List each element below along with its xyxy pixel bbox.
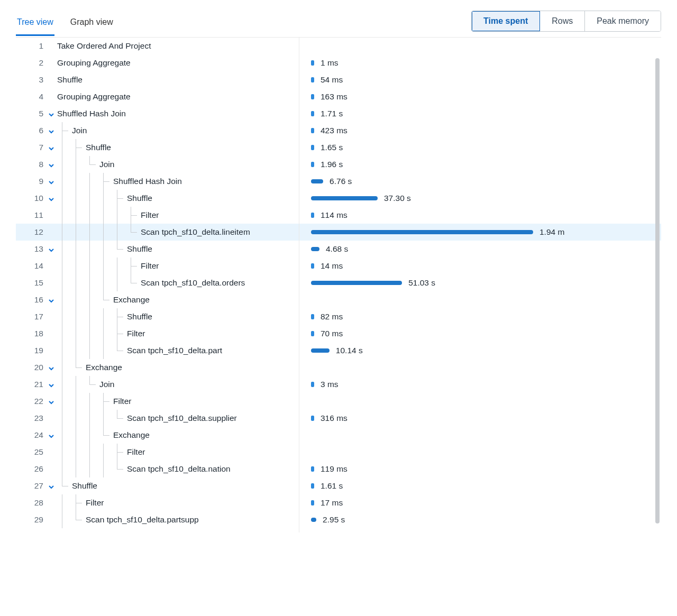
chevron-down-icon[interactable]	[48, 432, 54, 438]
tree-row[interactable]: 20Exchange	[16, 359, 299, 376]
tree-row[interactable]: 1Take Ordered And Project	[16, 38, 299, 54]
tree-row[interactable]: 19Scan tpch_sf10_delta.part	[16, 342, 299, 359]
metric-row: 37.30 s	[299, 190, 661, 207]
view-tabs: Tree view Graph view	[16, 12, 114, 35]
metric-value: 2.95 s	[323, 515, 345, 525]
tree-row[interactable]: 2Grouping Aggregate	[16, 54, 299, 71]
tree-row[interactable]: 8Join	[16, 156, 299, 173]
chevron-down-icon[interactable]	[48, 483, 54, 489]
metric-row: 4.68 s	[299, 241, 661, 258]
metric-row: 163 ms	[299, 88, 661, 105]
tree-row[interactable]: 21Join	[16, 376, 299, 393]
metric-bar	[311, 213, 314, 218]
tree-label-cell: Filter	[57, 207, 299, 224]
metric-bar	[311, 348, 330, 353]
chevron-down-icon[interactable]	[48, 195, 54, 201]
tree-row[interactable]: 10Shuffle	[16, 190, 299, 207]
tree-row[interactable]: 14Filter	[16, 258, 299, 274]
tree-row[interactable]: 23Scan tpch_sf10_delta.supplier	[16, 410, 299, 427]
tree-row[interactable]: 18Filter	[16, 325, 299, 342]
chevron-down-icon[interactable]	[48, 127, 54, 134]
tree-node-label: Shuffle	[57, 75, 83, 85]
metric-bar	[311, 196, 378, 200]
metric-row: 1.65 s	[299, 139, 661, 156]
tree-row[interactable]: 17Shuffle	[16, 308, 299, 325]
metric-value: 14 ms	[321, 261, 343, 271]
metric-value: 51.03 s	[408, 278, 435, 288]
tree-label-cell: Filter	[57, 258, 299, 274]
tree-row[interactable]: 27Shuffle	[16, 477, 299, 494]
tree-row[interactable]: 3Shuffle	[16, 71, 299, 88]
metric-bar	[311, 111, 314, 116]
tree-node-label: Exchange	[57, 295, 150, 305]
metric-bar	[311, 483, 314, 489]
row-number: 18	[16, 329, 45, 338]
tree-row[interactable]: 29Scan tpch_sf10_delta.partsupp	[16, 511, 299, 528]
tree-node-label: Shuffled Hash Join	[57, 177, 182, 186]
tree-node-label: Filter	[57, 210, 159, 220]
tree-row[interactable]: 15Scan tpch_sf10_delta.orders	[16, 274, 299, 291]
tree-row[interactable]: 26Scan tpch_sf10_delta.nation	[16, 461, 299, 477]
tree-node-label: Scan tpch_sf10_delta.part	[57, 346, 222, 355]
chevron-down-icon[interactable]	[48, 111, 54, 117]
tree-row[interactable]: 22Filter	[16, 393, 299, 410]
tree-row[interactable]: 7Shuffle	[16, 139, 299, 156]
chevron-down-icon[interactable]	[48, 364, 54, 371]
metric-bar	[311, 94, 314, 99]
chevron-down-icon[interactable]	[48, 161, 54, 168]
row-number: 17	[16, 312, 45, 321]
metric-row: 82 ms	[299, 308, 661, 325]
tree-node-label: Shuffle	[57, 481, 97, 491]
tree-node-label: Grouping Aggregate	[57, 58, 131, 68]
row-number: 7	[16, 143, 45, 152]
chevron-down-icon[interactable]	[48, 178, 54, 185]
row-number: 9	[16, 177, 45, 186]
tree-label-cell: Join	[57, 156, 299, 173]
tree-node-label: Exchange	[57, 430, 150, 440]
tree-node-label: Filter	[57, 498, 104, 508]
tree-row[interactable]: 16Exchange	[16, 291, 299, 308]
chevron-down-icon[interactable]	[48, 297, 54, 303]
row-number: 13	[16, 244, 45, 254]
tree-node-label: Scan tpch_sf10_delta.supplier	[57, 413, 237, 423]
row-number: 14	[16, 261, 45, 271]
chevron-down-icon[interactable]	[48, 381, 54, 388]
tree-row[interactable]: 25Filter	[16, 444, 299, 461]
row-number: 19	[16, 346, 45, 355]
tree-row[interactable]: 5Shuffled Hash Join	[16, 105, 299, 122]
tree-node-label: Scan tpch_sf10_delta.orders	[57, 278, 245, 288]
row-number: 10	[16, 194, 45, 203]
metric-bar	[311, 382, 314, 387]
scrollbar-thumb[interactable]	[655, 58, 660, 523]
chevron-down-icon[interactable]	[48, 246, 54, 252]
tree-label-cell: Join	[57, 122, 299, 139]
row-number: 25	[16, 447, 45, 457]
metric-bar	[311, 416, 314, 421]
metric-bar	[311, 466, 314, 472]
metric-btn-time[interactable]: Time spent	[472, 11, 540, 31]
tree-node-label: Filter	[57, 447, 145, 457]
row-number: 23	[16, 413, 45, 423]
tree-row[interactable]: 6Join	[16, 122, 299, 139]
tab-graph-view[interactable]: Graph view	[69, 12, 114, 36]
tree-row[interactable]: 13Shuffle	[16, 241, 299, 258]
tree-label-cell: Scan tpch_sf10_delta.orders	[57, 274, 299, 291]
scrollbar-track[interactable]	[655, 58, 660, 543]
row-number: 3	[16, 75, 45, 85]
tree-row[interactable]: 24Exchange	[16, 427, 299, 444]
tree-row[interactable]: 9Shuffled Hash Join	[16, 173, 299, 190]
metric-btn-peak[interactable]: Peak memory	[585, 11, 661, 31]
tree-label-cell: Exchange	[57, 291, 299, 308]
tab-tree-view[interactable]: Tree view	[16, 12, 54, 36]
tree-label-cell: Scan tpch_sf10_delta.supplier	[57, 410, 299, 427]
tree-row[interactable]: 11Filter	[16, 207, 299, 224]
tree-row[interactable]: 4Grouping Aggregate	[16, 88, 299, 105]
tree-label-cell: Shuffle	[57, 241, 299, 258]
metric-btn-rows[interactable]: Rows	[540, 11, 585, 31]
tree-row[interactable]: 12Scan tpch_sf10_delta.lineitem	[16, 224, 299, 241]
chevron-down-icon[interactable]	[48, 144, 54, 151]
tree-row[interactable]: 28Filter	[16, 494, 299, 511]
metric-row: 316 ms	[299, 410, 661, 427]
chevron-down-icon[interactable]	[48, 398, 54, 404]
tree-label-cell: Grouping Aggregate	[57, 54, 299, 71]
